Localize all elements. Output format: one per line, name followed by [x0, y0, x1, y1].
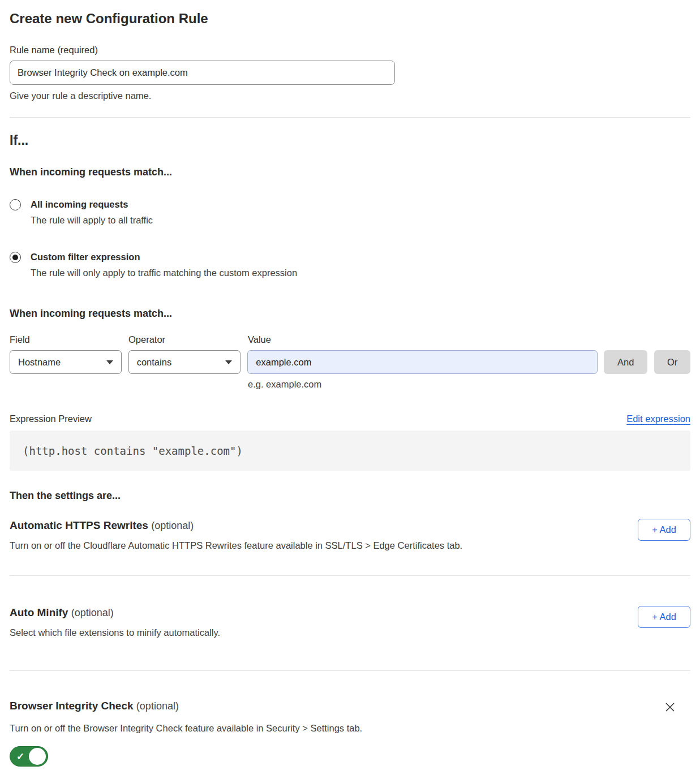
radio-option-description: The rule will apply to all traffic	[31, 214, 153, 226]
optional-tag: (optional)	[151, 520, 194, 531]
filter-builder-row: Hostname contains And Or	[10, 350, 690, 374]
radio-option-label: All incoming requests	[31, 199, 153, 210]
setting-browser-integrity-check: Browser Integrity Check (optional) Turn …	[10, 699, 690, 768]
radio-option-all-incoming-requests[interactable]: All incoming requests The rule will appl…	[10, 199, 690, 226]
value-column-label: Value	[248, 334, 271, 345]
setting-divider	[10, 670, 690, 671]
setting-divider	[10, 575, 690, 576]
value-hint: e.g. example.com	[248, 379, 690, 390]
close-icon	[664, 701, 676, 713]
setting-description: Turn on or off the Cloudflare Automatic …	[10, 540, 462, 552]
when-match-heading: When incoming requests match...	[10, 166, 690, 178]
filter-builder-column-labels: Field Operator Value	[10, 334, 690, 345]
rule-name-help: Give your rule a descriptive name.	[10, 90, 690, 101]
value-input[interactable]	[247, 350, 598, 374]
rule-name-label: Rule name (required)	[10, 44, 690, 55]
field-select[interactable]: Hostname	[10, 350, 122, 374]
operator-select[interactable]: contains	[128, 350, 241, 374]
add-automatic-https-rewrites-button[interactable]: + Add	[638, 519, 690, 541]
rule-name-input[interactable]	[10, 61, 395, 85]
field-select-value: Hostname	[18, 357, 61, 368]
optional-tag: (optional)	[71, 607, 114, 618]
field-column-label: Field	[10, 334, 128, 345]
then-settings-heading: Then the settings are...	[10, 489, 690, 502]
setting-title: Auto Minify	[10, 606, 68, 618]
create-configuration-rule-page: Create new Configuration Rule Rule name …	[0, 10, 700, 768]
filter-builder-heading: When incoming requests match...	[10, 307, 690, 320]
edit-expression-link[interactable]: Edit expression	[626, 414, 690, 424]
radio-option-description: The rule will only apply to traffic matc…	[31, 267, 297, 279]
setting-auto-minify: Auto Minify (optional) Select which file…	[10, 606, 690, 639]
expression-code-text: (http.host contains "example.com")	[23, 445, 243, 457]
setting-title: Automatic HTTPS Rewrites	[10, 519, 148, 531]
radio-option-custom-filter-expression[interactable]: Custom filter expression The rule will o…	[10, 251, 690, 279]
chevron-down-icon	[106, 360, 113, 364]
setting-title: Browser Integrity Check	[10, 700, 134, 712]
page-title: Create new Configuration Rule	[10, 10, 690, 27]
checkmark-icon: ✓	[16, 752, 24, 761]
and-button[interactable]: And	[604, 350, 647, 374]
or-button[interactable]: Or	[654, 350, 690, 374]
optional-tag: (optional)	[136, 700, 179, 712]
rule-name-group: Rule name (required) Give your rule a de…	[10, 44, 690, 101]
setting-description: Turn on or off the Browser Integrity Che…	[10, 722, 690, 734]
if-heading: If...	[10, 132, 690, 148]
radio-option-label: Custom filter expression	[31, 251, 297, 263]
section-divider	[10, 117, 690, 118]
add-auto-minify-button[interactable]: + Add	[638, 606, 690, 628]
chevron-down-icon	[225, 360, 232, 364]
operator-column-label: Operator	[128, 334, 248, 345]
expression-preview-header: Expression Preview Edit expression	[10, 414, 690, 424]
browser-integrity-check-toggle[interactable]: ✓	[10, 746, 48, 767]
setting-description: Select which file extensions to minify a…	[10, 627, 220, 639]
toggle-knob	[29, 748, 46, 765]
remove-setting-button[interactable]	[662, 699, 678, 715]
expression-preview-code: (http.host contains "example.com")	[10, 431, 690, 471]
radio-unselected-icon[interactable]	[10, 199, 21, 210]
operator-select-value: contains	[137, 357, 171, 368]
expression-preview-label: Expression Preview	[10, 414, 92, 424]
setting-automatic-https-rewrites: Automatic HTTPS Rewrites (optional) Turn…	[10, 519, 690, 552]
radio-selected-icon[interactable]	[10, 252, 21, 263]
